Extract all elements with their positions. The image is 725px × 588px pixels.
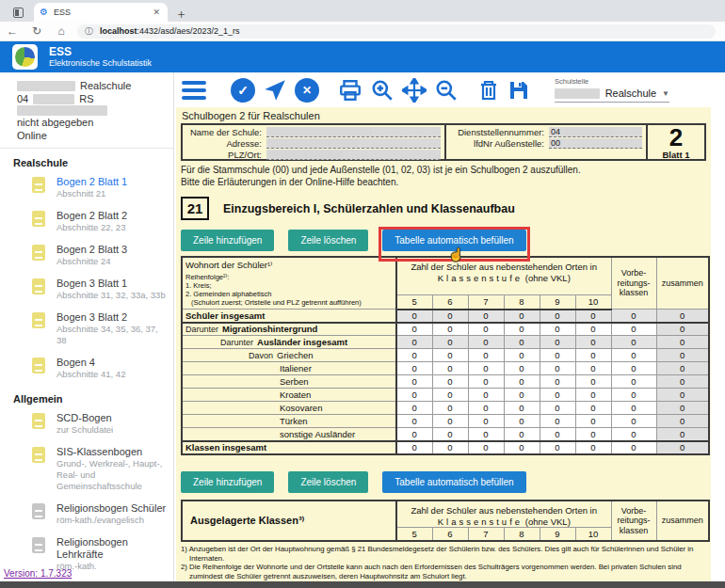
value-cell[interactable]: 0: [611, 375, 656, 389]
add-row-button-2[interactable]: Zeile hinzufügen: [181, 471, 274, 493]
value-cell[interactable]: 0: [432, 441, 468, 454]
value-cell[interactable]: 0: [575, 362, 611, 375]
value-cell[interactable]: 0: [468, 428, 504, 441]
value-cell[interactable]: 0: [432, 362, 468, 375]
value-cell[interactable]: 0: [468, 349, 504, 362]
print-button[interactable]: [338, 78, 362, 103]
move-button[interactable]: [402, 78, 427, 103]
value-cell[interactable]: 0: [611, 441, 656, 454]
school-name-field[interactable]: [266, 127, 441, 137]
sidebar-item-scd-bogen[interactable]: SCD-Bogenzur Schuldatei: [0, 406, 173, 440]
home-icon[interactable]: ⌂: [49, 25, 73, 37]
value-cell[interactable]: 0: [468, 402, 504, 415]
value-cell[interactable]: 0: [575, 441, 611, 454]
value-cell[interactable]: 0: [611, 349, 656, 362]
value-cell[interactable]: 0: [504, 402, 540, 415]
value-cell[interactable]: 0: [396, 428, 432, 441]
zoom-out-button[interactable]: [434, 78, 459, 103]
value-cell[interactable]: 0: [611, 323, 656, 336]
value-cell[interactable]: 0: [432, 323, 468, 336]
value-cell[interactable]: 0: [468, 375, 504, 389]
value-cell[interactable]: 0: [611, 402, 656, 415]
value-cell[interactable]: 0: [504, 362, 540, 375]
value-cell[interactable]: 0: [611, 362, 656, 375]
value-cell[interactable]: 0: [396, 415, 432, 428]
value-cell[interactable]: 0: [468, 323, 504, 336]
lfdnr-field[interactable]: 00: [549, 138, 642, 149]
sidebar-item-bogen-2-blatt-2[interactable]: Bogen 2 Blatt 2Abschnitte 22, 23: [0, 204, 173, 238]
save-button[interactable]: [508, 79, 530, 102]
sidebar-item-religionsbogen-schueler[interactable]: Religionsbogen Schülerröm-kath./evangeli…: [0, 497, 173, 531]
sidebar-item-bogen-4[interactable]: Bogen 4Abschnitte 41, 42: [0, 351, 173, 385]
tab-actions-button[interactable]: [6, 4, 30, 22]
sidebar-item-bogen-2-blatt-3[interactable]: Bogen 2 Blatt 3Abschnitte 24: [0, 238, 173, 272]
cancel-button[interactable]: ✕: [295, 78, 319, 103]
dienststellennummer-field[interactable]: 04: [549, 127, 642, 137]
delete-row-button[interactable]: Zeile löschen: [288, 230, 368, 251]
version-link[interactable]: Version: 1.7.323: [4, 568, 72, 579]
value-cell[interactable]: 0: [432, 428, 468, 441]
value-cell[interactable]: 0: [575, 402, 611, 415]
sidebar-item-bogen-3-blatt-1[interactable]: Bogen 3 Blatt 1Abschnitte 31, 32, 33a, 3…: [0, 272, 173, 306]
adresse-field[interactable]: [266, 138, 441, 149]
value-cell[interactable]: 0: [468, 362, 504, 375]
autofill-button-2[interactable]: Tabelle automatisch befüllen: [382, 471, 525, 493]
value-cell[interactable]: 0: [504, 375, 540, 389]
value-cell[interactable]: 0: [468, 415, 504, 428]
value-cell[interactable]: 0: [396, 362, 432, 375]
value-cell[interactable]: 0: [575, 375, 611, 389]
value-cell[interactable]: 0: [396, 323, 432, 336]
send-button[interactable]: [263, 78, 287, 103]
url-field[interactable]: ⓘ localhost :4432/asd/aes/2023/2_1_rs: [77, 24, 716, 39]
value-cell[interactable]: 0: [540, 389, 575, 402]
value-cell[interactable]: 0: [575, 323, 611, 336]
value-cell[interactable]: 0: [540, 323, 575, 336]
value-cell[interactable]: 0: [504, 389, 540, 402]
delete-button[interactable]: [477, 79, 500, 102]
value-cell[interactable]: 0: [468, 389, 504, 402]
value-cell[interactable]: 0: [575, 389, 611, 402]
value-cell[interactable]: 0: [611, 415, 656, 428]
zoom-in-button[interactable]: [370, 78, 395, 103]
value-cell[interactable]: 0: [611, 428, 656, 441]
new-tab-button[interactable]: ＋: [175, 8, 187, 20]
back-icon[interactable]: ←: [0, 25, 24, 37]
sidebar-item-sis-klassenbogen[interactable]: SIS-KlassenbogenGrund-, Werkreal-, Haupt…: [0, 440, 173, 497]
value-cell[interactable]: 0: [396, 389, 432, 402]
value-cell[interactable]: 0: [396, 402, 432, 415]
value-cell[interactable]: 0: [504, 349, 540, 362]
value-cell[interactable]: 0: [432, 402, 468, 415]
add-row-button[interactable]: Zeile hinzufügen: [181, 230, 274, 251]
value-cell[interactable]: 0: [611, 389, 656, 402]
value-cell[interactable]: 0: [540, 362, 575, 375]
value-cell[interactable]: 0: [575, 415, 611, 428]
confirm-button[interactable]: ✓: [231, 78, 255, 103]
value-cell[interactable]: 0: [432, 415, 468, 428]
value-cell[interactable]: 0: [504, 441, 540, 454]
value-cell[interactable]: 0: [432, 389, 468, 402]
value-cell[interactable]: 0: [396, 375, 432, 389]
value-cell[interactable]: 0: [540, 402, 575, 415]
browser-tab-ess[interactable]: ⚙ ESS ✕: [34, 3, 168, 22]
value-cell[interactable]: 0: [540, 375, 575, 389]
close-icon[interactable]: ✕: [151, 8, 162, 17]
value-cell[interactable]: 0: [396, 441, 432, 454]
sidebar-item-bogen-3-blatt-2[interactable]: Bogen 3 Blatt 2Abschnitte 34, 35, 36, 37…: [0, 306, 173, 351]
value-cell[interactable]: 0: [540, 415, 575, 428]
value-cell[interactable]: 0: [575, 428, 611, 441]
delete-row-button-2[interactable]: Zeile löschen: [288, 471, 368, 493]
value-cell[interactable]: 0: [540, 428, 575, 441]
sidebar-item-bogen-2-blatt-1[interactable]: Bogen 2 Blatt 1Abschnitt 21: [0, 170, 173, 204]
value-cell[interactable]: 0: [504, 415, 540, 428]
schulstelle-select[interactable]: Schulstelle Realschule ▼: [555, 77, 669, 103]
value-cell[interactable]: 0: [468, 441, 504, 454]
value-cell[interactable]: 0: [575, 349, 611, 362]
value-cell[interactable]: 0: [504, 428, 540, 441]
value-cell[interactable]: 0: [540, 441, 575, 454]
value-cell[interactable]: 0: [540, 349, 575, 362]
reload-icon[interactable]: ↻: [24, 25, 49, 37]
value-cell[interactable]: 0: [432, 349, 468, 362]
value-cell[interactable]: 0: [396, 349, 432, 362]
value-cell[interactable]: 0: [504, 323, 540, 336]
menu-button[interactable]: [182, 79, 212, 102]
